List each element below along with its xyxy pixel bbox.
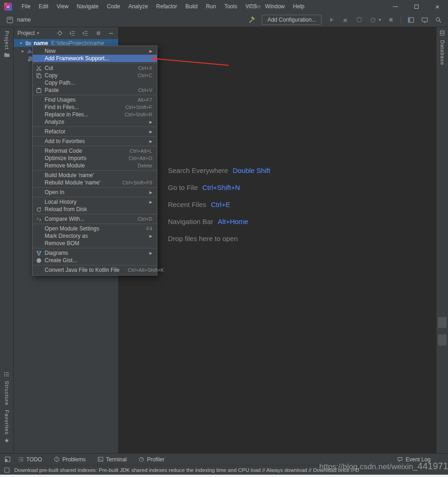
tab-label: Event Log (406, 456, 431, 463)
blank-icon (34, 48, 43, 54)
menu-item-open-in[interactable]: Open In▶ (33, 189, 157, 196)
blank-icon (34, 155, 43, 161)
toolwindow-tab-profiler[interactable]: Profiler (138, 456, 165, 463)
menu-shortcut: Ctrl+Shift+F9 (114, 180, 152, 185)
menu-item-label: Reformat Code (45, 148, 82, 154)
menu-item-paste[interactable]: PasteCtrl+V (33, 86, 157, 94)
locate-file-icon[interactable] (56, 30, 63, 37)
menu-item-build-module-name[interactable]: Build Module 'name' (33, 172, 157, 179)
stripe-button-favorites[interactable]: Favorites ★ (0, 410, 13, 444)
menu-item-label: Find Usages (45, 97, 75, 103)
context-menu: New▶Add Framework Support...CutCtrl+XCop… (32, 46, 157, 276)
menu-item-reload-from-disk[interactable]: Reload from Disk (33, 206, 157, 213)
toolwindow-tab-problems[interactable]: Problems (53, 456, 86, 463)
menu-shortcut: Ctrl+Shift+F (117, 104, 152, 110)
menu-item-open-module-settings[interactable]: Open Module SettingsF4 (33, 225, 157, 232)
menu-item-label: Cut (45, 65, 53, 71)
menu-run[interactable]: Run (202, 0, 220, 13)
menu-item-reformat-code[interactable]: Reformat CodeCtrl+Alt+L (33, 147, 157, 155)
menu-tools[interactable]: Tools (220, 0, 241, 13)
run-icon[interactable] (327, 16, 335, 24)
menu-edit[interactable]: Edit (34, 0, 52, 13)
menu-navigate[interactable]: Navigate (73, 0, 103, 13)
menu-help[interactable]: Help (289, 0, 309, 13)
layout-editor-icon[interactable] (421, 16, 429, 24)
build-hammer-icon[interactable] (248, 16, 256, 24)
menu-item-compare-with[interactable]: Compare With...Ctrl+D (33, 215, 157, 223)
toolwindows-icon[interactable] (407, 16, 415, 24)
close-button[interactable]: × (427, 0, 448, 13)
expand-all-icon[interactable] (69, 30, 76, 37)
settings-gear-icon[interactable] (95, 30, 102, 37)
menu-item-add-framework-support[interactable]: Add Framework Support... (33, 55, 157, 62)
blank-icon (34, 267, 43, 273)
menu-item-local-history[interactable]: Local History▶ (33, 198, 157, 206)
menu-item-find-in-files[interactable]: Find in Files...Ctrl+Shift+F (33, 103, 157, 111)
breadcrumb[interactable]: name (17, 17, 31, 23)
chevron-down-icon[interactable]: ▾ (379, 17, 381, 22)
maximize-button[interactable] (406, 0, 427, 13)
blank-icon (34, 128, 43, 135)
menu-item-copy[interactable]: CopyCtrl+C (33, 72, 157, 79)
menu-item-rebuild-module-name[interactable]: Rebuild Module 'name'Ctrl+Shift+F9 (33, 179, 157, 186)
menu-item-optimize-imports[interactable]: Optimize ImportsCtrl+Alt+O (33, 155, 157, 162)
menu-view[interactable]: View (52, 0, 73, 13)
menu-item-analyze[interactable]: Analyze▶ (33, 118, 157, 126)
menu-item-replace-in-files[interactable]: Replace in Files...Ctrl+Shift+R (33, 111, 157, 118)
menu-build[interactable]: Build (181, 0, 202, 13)
coverage-icon[interactable] (355, 16, 363, 24)
menu-item-label: Open Module Settings (45, 225, 99, 232)
hint-shortcut: Ctrl+E (211, 201, 230, 208)
hint-label: Recent Files (168, 201, 206, 208)
compare-icon (34, 216, 43, 222)
toolwindow-button[interactable] (438, 334, 447, 345)
blank-icon (34, 199, 43, 205)
tree-chevron-icon[interactable]: ▾ (18, 41, 24, 46)
menu-item-mark-directory-as[interactable]: Mark Directory as▶ (33, 232, 157, 240)
main-toolbar: name Add Configuration... ▾ (0, 13, 448, 27)
minimize-button[interactable] (385, 0, 406, 13)
bottom-bar-right: Event Log (397, 456, 431, 463)
menu-item-find-usages[interactable]: Find UsagesAlt+F7 (33, 96, 157, 103)
stop-icon[interactable] (387, 16, 395, 24)
hide-panel-icon[interactable] (108, 30, 115, 37)
search-icon[interactable] (435, 16, 442, 24)
toolwindow-button[interactable] (438, 317, 447, 328)
menu-item-diagrams[interactable]: Diagrams▶ (33, 249, 157, 257)
menu-code[interactable]: Code (103, 0, 124, 13)
menu-file[interactable]: File (17, 0, 34, 13)
menu-item-label: Find in Files... (45, 104, 79, 110)
collapse-all-icon[interactable] (82, 30, 89, 37)
menu-item-add-to-favorites[interactable]: Add to Favorites▶ (33, 138, 157, 145)
menu-item-refactor[interactable]: Refactor▶ (33, 128, 157, 135)
window-title: name (247, 3, 261, 10)
menu-analyze[interactable]: Analyze (124, 0, 152, 13)
stripe-button-database[interactable]: Database (437, 30, 448, 65)
blank-icon (34, 172, 43, 178)
menu-separator (33, 95, 157, 95)
menu-item-new[interactable]: New▶ (33, 47, 157, 55)
menu-item-copy-path[interactable]: Copy Path... (33, 79, 157, 86)
tree-chevron-icon[interactable]: ▸ (20, 49, 26, 53)
debug-icon[interactable] (341, 16, 349, 24)
menu-window[interactable]: Window (261, 0, 289, 13)
menu-separator (33, 126, 157, 127)
stripe-button-project[interactable]: Project (0, 31, 13, 59)
menu-refactor[interactable]: Refactor (152, 0, 181, 13)
toolwindow-switcher-icon[interactable] (4, 456, 11, 463)
stripe-button-structure[interactable]: Structure (0, 371, 13, 406)
project-view-selector[interactable]: Project ▾ (17, 30, 39, 36)
menu-shortcut: Ctrl+Alt+L (121, 148, 152, 154)
toolwindow-tab-event-log[interactable]: Event Log (397, 456, 431, 463)
toolwindow-tab-todo[interactable]: TODO (17, 456, 42, 463)
menu-item-cut[interactable]: CutCtrl+X (33, 64, 157, 72)
menu-item-remove-bom[interactable]: Remove BOM (33, 240, 157, 247)
menu-item-label: Add Framework Support... (45, 55, 109, 62)
profiler-icon[interactable] (369, 16, 377, 24)
toolwindow-tab-terminal[interactable]: Terminal (97, 456, 126, 463)
menu-item-convert-java-file-to-kotlin-file[interactable]: Convert Java File to Kotlin FileCtrl+Alt… (33, 266, 157, 274)
add-configuration-button[interactable]: Add Configuration... (262, 15, 322, 25)
menu-item-create-gist[interactable]: Create Gist... (33, 257, 157, 264)
menu-item-label: Copy (45, 72, 57, 79)
menu-item-remove-module[interactable]: Remove ModuleDelete (33, 162, 157, 169)
